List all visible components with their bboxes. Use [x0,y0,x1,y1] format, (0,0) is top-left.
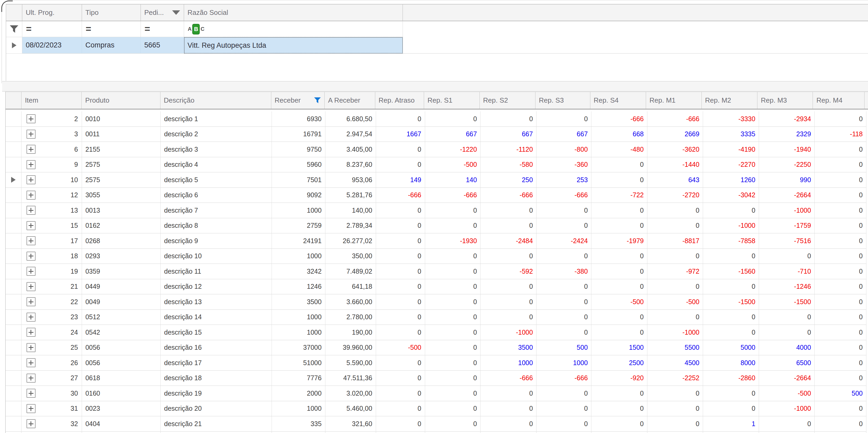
cell-descricao[interactable]: descrição 5 [161,172,272,188]
cell-rep_s3[interactable]: 500 [536,340,591,355]
cell-rep_m4[interactable]: 0 [815,188,866,203]
expand-button[interactable] [27,145,35,154]
cell-rep_m1[interactable]: 643 [647,172,703,188]
cell-item[interactable]: 30 [22,386,82,401]
cell-rep_m2[interactable]: 0 [703,310,759,325]
table-row[interactable]: 62155descrição 397503.405,000-1220-1120-… [6,142,868,157]
cell-produto[interactable]: 0056 [82,340,161,355]
cell-rep_atraso[interactable]: 1667 [376,127,425,142]
cell-descricao[interactable]: descrição 4 [161,157,272,173]
cell-rep_s3[interactable]: 0 [536,325,591,340]
cell-rep_s2[interactable]: 250 [480,172,536,188]
cell-rep_s4[interactable]: 1500 [591,340,647,355]
cell-rep_m1[interactable]: -8817 [647,233,703,249]
cell-rep_s1[interactable]: 0 [425,294,481,310]
cell-receber[interactable]: 6930 [272,111,326,127]
column-header-a_receber[interactable]: A Receber [324,92,375,109]
cell-rep_m2[interactable]: 0 [703,203,759,218]
cell-rep_s3[interactable]: 0 [536,279,591,295]
cell-rep_s1[interactable]: 0 [425,111,481,127]
cell-rep_s3[interactable]: 0 [536,294,591,310]
cell-descricao[interactable]: descrição 17 [161,355,272,371]
cell-item[interactable]: 9 [22,157,82,173]
column-header-descricao[interactable]: Descrição [160,92,271,109]
cell-rep_m3[interactable]: -1246 [759,279,815,295]
column-header-rep_m4[interactable]: Rep. M4 [813,92,865,109]
cell-rep_m4[interactable]: -118 [815,127,866,142]
cell-descricao[interactable]: descrição 2 [161,127,272,142]
cell-rep_m3[interactable]: -1500 [759,294,815,310]
cell-rep_s3[interactable]: 1000 [536,355,591,371]
cell-item[interactable]: 24 [22,325,82,340]
cell-rep_atraso[interactable]: 0 [376,294,425,310]
cell-receber[interactable]: 335 [272,416,326,432]
cell-rep_m2[interactable]: 8000 [703,355,759,371]
cell-rep_s2[interactable]: 667 [480,127,536,142]
cell-rep_m1[interactable]: -1440 [647,157,703,173]
abc-text-filter-icon[interactable]: A B C [188,24,205,34]
cell-rep_m2[interactable]: -1560 [703,264,759,279]
expand-button[interactable] [27,236,35,245]
cell-rep_m2[interactable]: -2270 [703,157,759,173]
cell-rep_m4[interactable]: 0 [815,294,866,310]
cell-produto[interactable]: 0512 [82,310,161,325]
cell-a-receber[interactable]: 140,00 [326,203,376,218]
cell-receber[interactable]: 1000 [272,249,326,264]
cell-descricao[interactable]: descrição 11 [161,264,272,279]
cell-descricao[interactable]: descrição 3 [161,142,272,157]
cell-item[interactable]: 31 [22,401,82,416]
cell-a-receber[interactable]: 190,00 [326,325,376,340]
cell-descricao[interactable]: descrição 7 [161,203,272,218]
cell-pedido[interactable]: 5665 [141,37,184,54]
cell-rep_s4[interactable]: -666 [591,111,647,127]
cell-produto[interactable]: 0359 [82,264,161,279]
cell-produto[interactable]: 2575 [82,172,161,188]
cell-rep_atraso[interactable]: 149 [376,172,425,188]
cell-rep_s1[interactable]: 0 [425,218,481,234]
cell-ult-prog[interactable]: 08/02/2023 [22,37,82,54]
expand-button[interactable] [27,191,35,200]
cell-rep_s1[interactable]: 0 [425,371,481,386]
cell-a-receber[interactable]: 39.960,00 [326,340,376,355]
cell-rep_s1[interactable]: 0 [425,325,481,340]
cell-a-receber[interactable]: 8.237,60 [326,157,376,173]
column-header-rep_m1[interactable]: Rep. M1 [646,92,702,109]
cell-rep_m3[interactable]: 4000 [759,340,815,355]
cell-a-receber[interactable]: 2.947,54 [326,127,376,142]
cell-item[interactable]: 18 [22,249,82,264]
cell-rep_m3[interactable]: -710 [759,264,815,279]
column-header-rep_s1[interactable]: Rep. S1 [424,92,479,109]
cell-rep_s2[interactable]: -666 [480,188,536,203]
cell-rep_s1[interactable]: 0 [425,310,481,325]
cell-rep_s4[interactable]: 2500 [591,355,647,371]
cell-rep_m1[interactable]: 0 [647,416,703,432]
cell-rep_m3[interactable]: -1000 [759,401,815,416]
cell-rep_s4[interactable]: -920 [591,371,647,386]
cell-produto[interactable]: 0162 [82,218,161,234]
cell-item[interactable]: 3 [22,127,82,142]
cell-a-receber[interactable]: 47.511,36 [326,371,376,386]
cell-rep_s4[interactable]: 0 [591,310,647,325]
cell-rep_s2[interactable]: 0 [480,279,536,295]
cell-rep_m2[interactable]: -4190 [703,142,759,157]
cell-produto[interactable]: 0268 [82,233,161,249]
cell-rep_m4[interactable]: 500 [815,386,866,401]
cell-rep_m3[interactable]: 0 [759,416,815,432]
cell-rep_m2[interactable]: -7858 [703,233,759,249]
cell-rep_s3[interactable]: -666 [536,188,591,203]
cell-produto[interactable]: 0293 [82,249,161,264]
cell-descricao[interactable]: descrição 6 [161,188,272,203]
cell-descricao[interactable]: descrição 13 [161,294,272,310]
cell-receber[interactable]: 16791 [272,127,326,142]
selected-order-row[interactable]: 08/02/2023 Compras 5665 Vitt. Reg Autope… [6,37,868,54]
cell-rep_s1[interactable]: 0 [425,386,481,401]
cell-rep_m4[interactable]: 0 [815,310,866,325]
cell-produto[interactable]: 0056 [82,355,161,371]
cell-rep_s1[interactable]: 0 [425,355,481,371]
cell-rep_m3[interactable]: -2934 [759,111,815,127]
cell-rep_s1[interactable]: 0 [425,264,481,279]
cell-receber[interactable]: 3242 [272,264,326,279]
cell-descricao[interactable]: descrição 8 [161,218,272,234]
cell-rep_m1[interactable]: 0 [647,218,703,234]
cell-rep_m4[interactable]: 0 [815,355,866,371]
